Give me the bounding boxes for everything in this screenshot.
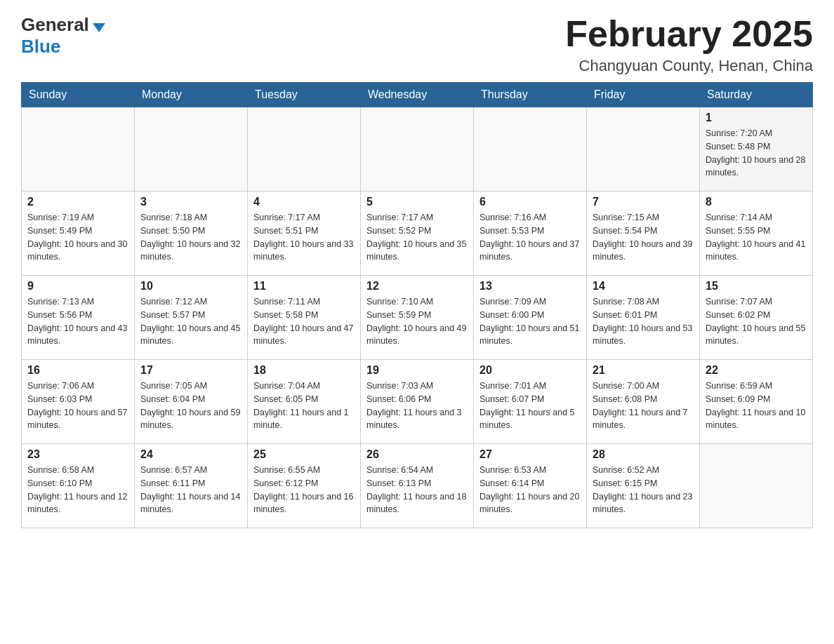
day-number: 1 [706, 112, 807, 124]
day-number: 6 [479, 196, 581, 208]
calendar-cell [587, 107, 700, 192]
day-number: 23 [27, 448, 128, 461]
title-section: February 2025 Changyuan County, Henan, C… [565, 14, 813, 75]
day-number: 26 [366, 448, 468, 461]
day-info: Sunrise: 7:07 AMSunset: 6:02 PMDaylight:… [706, 295, 807, 348]
calendar-cell: 3Sunrise: 7:18 AMSunset: 5:50 PMDaylight… [135, 192, 248, 276]
calendar-cell [22, 107, 135, 192]
logo: General Blue [21, 14, 105, 58]
calendar-cell: 14Sunrise: 7:08 AMSunset: 6:01 PMDayligh… [587, 276, 700, 360]
day-number: 12 [366, 280, 468, 293]
calendar-cell: 28Sunrise: 6:52 AMSunset: 6:15 PMDayligh… [587, 444, 700, 528]
day-info: Sunrise: 7:06 AMSunset: 6:03 PMDaylight:… [27, 380, 128, 432]
logo-blue: Blue [21, 36, 60, 57]
day-info: Sunrise: 6:54 AMSunset: 6:13 PMDaylight:… [366, 464, 468, 516]
calendar-cell: 11Sunrise: 7:11 AMSunset: 5:58 PMDayligh… [248, 276, 361, 360]
calendar-cell: 13Sunrise: 7:09 AMSunset: 6:00 PMDayligh… [474, 276, 587, 360]
calendar-cell: 17Sunrise: 7:05 AMSunset: 6:04 PMDayligh… [135, 360, 248, 444]
day-number: 5 [366, 196, 468, 208]
day-number: 8 [706, 196, 807, 208]
day-number: 13 [479, 280, 581, 293]
month-year-title: February 2025 [565, 14, 813, 54]
calendar-cell: 8Sunrise: 7:14 AMSunset: 5:55 PMDaylight… [700, 192, 813, 276]
day-info: Sunrise: 7:15 AMSunset: 5:54 PMDaylight:… [593, 211, 694, 264]
day-of-week-monday: Monday [135, 83, 248, 107]
calendar-cell: 7Sunrise: 7:15 AMSunset: 5:54 PMDaylight… [587, 192, 700, 276]
calendar-week-row: 16Sunrise: 7:06 AMSunset: 6:03 PMDayligh… [22, 360, 813, 444]
calendar-cell: 20Sunrise: 7:01 AMSunset: 6:07 PMDayligh… [474, 360, 587, 444]
calendar-week-row: 2Sunrise: 7:19 AMSunset: 5:49 PMDaylight… [22, 192, 813, 276]
calendar-cell: 19Sunrise: 7:03 AMSunset: 6:06 PMDayligh… [361, 360, 474, 444]
calendar-cell: 18Sunrise: 7:04 AMSunset: 6:05 PMDayligh… [248, 360, 361, 444]
day-info: Sunrise: 7:04 AMSunset: 6:05 PMDaylight:… [253, 380, 355, 432]
day-number: 15 [706, 280, 807, 293]
calendar-cell: 1Sunrise: 7:20 AMSunset: 5:48 PMDaylight… [700, 107, 813, 192]
day-info: Sunrise: 7:01 AMSunset: 6:07 PMDaylight:… [479, 380, 581, 432]
day-number: 20 [479, 364, 581, 377]
day-info: Sunrise: 6:58 AMSunset: 6:10 PMDaylight:… [27, 464, 128, 516]
calendar-cell: 15Sunrise: 7:07 AMSunset: 6:02 PMDayligh… [700, 276, 813, 360]
day-number: 10 [140, 280, 241, 293]
day-of-week-saturday: Saturday [700, 83, 813, 107]
day-info: Sunrise: 6:52 AMSunset: 6:15 PMDaylight:… [593, 464, 694, 516]
day-info: Sunrise: 7:03 AMSunset: 6:06 PMDaylight:… [366, 380, 468, 432]
day-info: Sunrise: 7:17 AMSunset: 5:52 PMDaylight:… [366, 211, 468, 264]
calendar-week-row: 1Sunrise: 7:20 AMSunset: 5:48 PMDaylight… [22, 107, 813, 192]
day-number: 2 [27, 196, 128, 208]
day-of-week-sunday: Sunday [22, 83, 135, 107]
calendar-cell: 21Sunrise: 7:00 AMSunset: 6:08 PMDayligh… [587, 360, 700, 444]
calendar-cell: 10Sunrise: 7:12 AMSunset: 5:57 PMDayligh… [135, 276, 248, 360]
calendar-cell [135, 107, 248, 192]
calendar-cell: 25Sunrise: 6:55 AMSunset: 6:12 PMDayligh… [248, 444, 361, 528]
logo-general: General [21, 14, 89, 36]
day-number: 4 [253, 196, 355, 208]
day-info: Sunrise: 6:59 AMSunset: 6:09 PMDaylight:… [706, 380, 807, 432]
day-number: 9 [27, 280, 128, 293]
day-number: 22 [706, 364, 807, 377]
page-header: General Blue February 2025 Changyuan Cou… [21, 14, 813, 75]
day-number: 19 [366, 364, 468, 377]
day-info: Sunrise: 7:09 AMSunset: 6:00 PMDaylight:… [479, 295, 581, 348]
day-info: Sunrise: 7:18 AMSunset: 5:50 PMDaylight:… [140, 211, 241, 264]
calendar-cell: 2Sunrise: 7:19 AMSunset: 5:49 PMDaylight… [22, 192, 135, 276]
day-number: 24 [140, 448, 241, 461]
day-info: Sunrise: 7:14 AMSunset: 5:55 PMDaylight:… [706, 211, 807, 264]
day-number: 7 [593, 196, 694, 208]
day-info: Sunrise: 7:11 AMSunset: 5:58 PMDaylight:… [253, 295, 355, 348]
day-number: 21 [593, 364, 694, 377]
location-subtitle: Changyuan County, Henan, China [565, 57, 813, 75]
calendar-cell [361, 107, 474, 192]
day-number: 3 [140, 196, 241, 208]
calendar-cell: 26Sunrise: 6:54 AMSunset: 6:13 PMDayligh… [361, 444, 474, 528]
day-info: Sunrise: 7:17 AMSunset: 5:51 PMDaylight:… [253, 211, 355, 264]
day-info: Sunrise: 6:57 AMSunset: 6:11 PMDaylight:… [140, 464, 241, 516]
calendar-cell: 24Sunrise: 6:57 AMSunset: 6:11 PMDayligh… [135, 444, 248, 528]
day-of-week-friday: Friday [587, 83, 700, 107]
day-info: Sunrise: 7:00 AMSunset: 6:08 PMDaylight:… [593, 380, 694, 432]
calendar-cell: 9Sunrise: 7:13 AMSunset: 5:56 PMDaylight… [22, 276, 135, 360]
calendar-cell: 16Sunrise: 7:06 AMSunset: 6:03 PMDayligh… [22, 360, 135, 444]
day-number: 18 [253, 364, 355, 377]
day-info: Sunrise: 7:19 AMSunset: 5:49 PMDaylight:… [27, 211, 128, 264]
calendar-week-row: 23Sunrise: 6:58 AMSunset: 6:10 PMDayligh… [22, 444, 813, 528]
calendar-cell [700, 444, 813, 528]
day-info: Sunrise: 7:20 AMSunset: 5:48 PMDaylight:… [706, 127, 807, 180]
calendar-header-row: SundayMondayTuesdayWednesdayThursdayFrid… [22, 83, 813, 107]
calendar-cell: 27Sunrise: 6:53 AMSunset: 6:14 PMDayligh… [474, 444, 587, 528]
calendar-week-row: 9Sunrise: 7:13 AMSunset: 5:56 PMDaylight… [22, 276, 813, 360]
day-info: Sunrise: 7:16 AMSunset: 5:53 PMDaylight:… [479, 211, 581, 264]
calendar-cell: 23Sunrise: 6:58 AMSunset: 6:10 PMDayligh… [22, 444, 135, 528]
day-info: Sunrise: 6:53 AMSunset: 6:14 PMDaylight:… [479, 464, 581, 516]
day-info: Sunrise: 7:13 AMSunset: 5:56 PMDaylight:… [27, 295, 128, 348]
day-number: 25 [253, 448, 355, 461]
day-info: Sunrise: 7:12 AMSunset: 5:57 PMDaylight:… [140, 295, 241, 348]
day-number: 14 [593, 280, 694, 293]
calendar-cell: 22Sunrise: 6:59 AMSunset: 6:09 PMDayligh… [700, 360, 813, 444]
calendar-cell: 12Sunrise: 7:10 AMSunset: 5:59 PMDayligh… [361, 276, 474, 360]
day-of-week-wednesday: Wednesday [361, 83, 474, 107]
day-of-week-thursday: Thursday [474, 83, 587, 107]
calendar-cell [474, 107, 587, 192]
day-number: 11 [253, 280, 355, 293]
logo-triangle-icon [93, 23, 105, 32]
day-info: Sunrise: 6:55 AMSunset: 6:12 PMDaylight:… [253, 464, 355, 516]
